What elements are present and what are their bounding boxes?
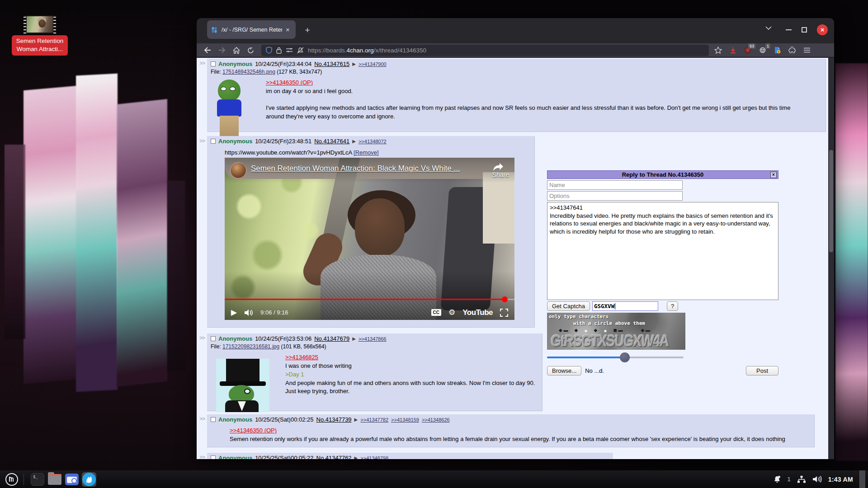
network-icon[interactable] <box>797 475 806 483</box>
post-image-thumbnail[interactable] <box>216 359 269 412</box>
wallpaper-shape <box>24 86 77 384</box>
menu-hamburger-icon[interactable] <box>803 47 811 53</box>
backlink[interactable]: >>41348626 <box>422 417 450 422</box>
file-meta: (101 KB, 566x564) <box>281 343 326 350</box>
terminal-icon: $_ <box>31 473 44 486</box>
youtube-player[interactable]: Semen Retention Woman Attraction: Black … <box>225 158 514 320</box>
home-icon[interactable] <box>233 47 240 54</box>
captcha-help-button[interactable]: ? <box>667 301 678 311</box>
post-number[interactable]: No.41347641 <box>314 138 349 145</box>
post-menu-arrow[interactable]: ▶ <box>352 139 356 144</box>
backlink[interactable]: >>41348072 <box>359 139 387 144</box>
reload-icon[interactable] <box>247 47 254 54</box>
window-close-button[interactable]: × <box>817 24 828 35</box>
desktop-shortcut-video-file[interactable]: Semen Retention Woman Attracti... <box>12 15 68 56</box>
post-menu-arrow[interactable]: ▶ <box>354 417 358 422</box>
post-body: >>41346350 (OP) Semen retention only wor… <box>230 427 811 444</box>
show-desktop-button[interactable] <box>859 470 865 488</box>
options-field[interactable] <box>547 191 683 201</box>
userscript-extension-icon[interactable]: 1 <box>759 47 766 54</box>
blocked-notifications-icon[interactable] <box>297 47 304 54</box>
new-tab-button[interactable]: + <box>302 24 313 36</box>
forward-icon[interactable] <box>218 47 226 53</box>
mint-menu-button[interactable] <box>5 472 19 487</box>
captcha-input[interactable]: GSGXVW <box>592 301 658 311</box>
download-helper-extension-icon[interactable] <box>774 47 781 54</box>
extensions-puzzle-icon[interactable] <box>788 47 796 54</box>
video-progress-bar[interactable] <box>225 299 514 300</box>
lock-icon[interactable] <box>276 47 282 54</box>
comment-textarea[interactable]: >>41347641 Incredibly based video. He pr… <box>547 202 778 300</box>
share-arrow-icon <box>492 162 504 171</box>
url-text[interactable]: https://boards.4chan.org/x/thread/413463… <box>308 47 426 54</box>
backlink[interactable]: >>41348798 <box>360 455 388 460</box>
permissions-icon[interactable] <box>286 47 293 53</box>
remove-embed-link[interactable]: [Remove] <box>354 149 379 156</box>
bookmark-star-icon[interactable] <box>714 47 722 54</box>
url-bar[interactable]: https://boards.4chan.org/x/thread/413463… <box>261 45 709 56</box>
maximize-button[interactable] <box>802 27 807 33</box>
taskbar-clock[interactable]: 1:43 AM <box>828 476 853 483</box>
channel-avatar[interactable] <box>230 162 246 178</box>
youtube-logo[interactable]: YouTube <box>462 308 493 317</box>
post-checkbox[interactable] <box>211 336 216 341</box>
settings-gear-icon[interactable]: ⚙ <box>448 308 455 317</box>
captions-button[interactable]: CC <box>431 309 441 316</box>
post-checkbox[interactable] <box>211 417 216 422</box>
backlink[interactable]: >>41347782 <box>360 417 388 422</box>
post-checkbox[interactable] <box>211 455 216 459</box>
post-image-thumbnail[interactable] <box>216 80 242 136</box>
post-menu-arrow[interactable]: ▶ <box>352 61 356 66</box>
taskbar-browser-button[interactable] <box>82 472 96 487</box>
play-button[interactable]: ▶ <box>231 308 237 317</box>
post-button[interactable]: Post <box>746 366 778 375</box>
file-link[interactable]: 1751469432546h.png <box>222 69 275 75</box>
backlink[interactable]: >>41348159 <box>391 417 419 422</box>
fullscreen-icon[interactable] <box>500 309 508 317</box>
tab-close-icon[interactable]: × <box>286 26 290 33</box>
notification-count[interactable]: 1 <box>788 476 791 483</box>
taskbar-terminal-button[interactable]: $_ <box>30 472 45 487</box>
tracking-protection-shield-icon[interactable] <box>266 47 272 54</box>
file-label: File: <box>211 343 221 350</box>
post-menu-arrow[interactable]: ▶ <box>354 455 358 459</box>
taskbar-files-button[interactable] <box>47 472 62 487</box>
slider-thumb[interactable] <box>620 352 630 362</box>
captcha-slider[interactable] <box>547 352 684 362</box>
quick-reply-titlebar[interactable]: Reply to Thread No.41346350 × <box>547 170 778 179</box>
backlink[interactable]: >>41347866 <box>359 336 387 342</box>
post-checkbox[interactable] <box>211 61 216 66</box>
post-body: >>41346825 I was one of those writing >D… <box>285 353 538 396</box>
browser-titlebar[interactable]: /x/ - /SRG/ Semen Retention × + × <box>197 18 834 43</box>
quote-link[interactable]: >>41346350 (OP) <box>230 427 277 434</box>
scrollbar-thumb[interactable] <box>829 150 833 252</box>
quote-link[interactable]: >>41346825 <box>285 354 318 361</box>
download-icon[interactable] <box>730 47 736 54</box>
post-number[interactable]: No.41347679 <box>314 335 349 342</box>
taskbar-screenshot-button[interactable] <box>65 472 79 487</box>
back-icon[interactable] <box>204 47 211 53</box>
browser-tab[interactable]: /x/ - /SRG/ Semen Retention × <box>207 20 296 39</box>
share-button[interactable]: Share <box>492 162 509 178</box>
backlink[interactable]: >>41347900 <box>359 61 387 67</box>
volume-icon[interactable] <box>244 309 253 316</box>
list-tabs-chevron-icon[interactable] <box>765 26 772 30</box>
video-progress-scrubber[interactable] <box>502 296 508 302</box>
post-number[interactable]: No.41347739 <box>316 416 352 423</box>
video-title-link[interactable]: Semen Retention Woman Attraction: Black … <box>251 162 488 173</box>
post-number[interactable]: No.41347615 <box>314 61 349 67</box>
quote-link[interactable]: >>41346350 (OP) <box>266 79 313 86</box>
file-link[interactable]: 1715220982316581.jpg <box>222 343 279 350</box>
volume-icon[interactable] <box>812 475 822 483</box>
minimize-button[interactable] <box>786 29 792 30</box>
post-menu-arrow[interactable]: ▶ <box>352 336 356 341</box>
page-scrollbar[interactable] <box>828 58 834 459</box>
post-checkbox[interactable] <box>211 139 216 144</box>
notifications-bell-icon[interactable] <box>773 475 781 483</box>
browse-file-button[interactable]: Browse... <box>547 366 581 375</box>
post-number[interactable]: No.41347762 <box>316 455 352 459</box>
get-captcha-button[interactable]: Get Captcha <box>547 301 590 311</box>
name-field[interactable] <box>547 180 683 190</box>
adblocker-extension-icon[interactable]: 53 <box>744 47 751 54</box>
close-icon[interactable]: × <box>770 172 777 178</box>
